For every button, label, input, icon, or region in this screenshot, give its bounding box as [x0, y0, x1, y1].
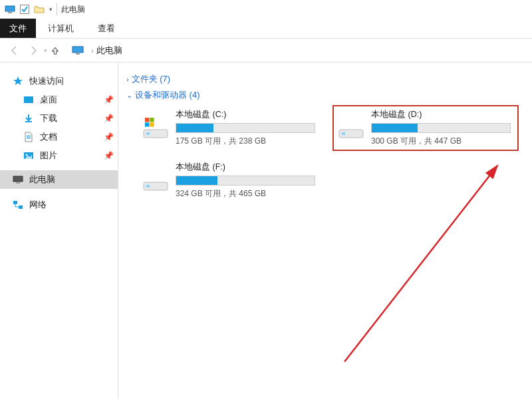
group-devices[interactable]: ⌄ 设备和驱动器 (4)	[126, 89, 532, 101]
drive-name: 本地磁盘 (D:)	[371, 109, 515, 120]
pictures-icon	[23, 150, 35, 162]
svg-rect-11	[19, 205, 23, 209]
tab-file[interactable]: 文件	[0, 19, 36, 38]
nav-up-icon[interactable]	[47, 43, 63, 59]
main-content: › 文件夹 (7) ⌄ 设备和驱动器 (4)	[118, 63, 532, 399]
pc-icon	[12, 174, 24, 186]
tab-view[interactable]: 查看	[86, 19, 127, 38]
svg-rect-1	[8, 12, 12, 13]
window-title: 此电脑	[61, 4, 85, 15]
sidebar-item-label: 此电脑	[29, 174, 114, 186]
sidebar-item-label: 快速访问	[29, 75, 114, 87]
sidebar-item-label: 桌面	[40, 94, 104, 106]
separator	[57, 3, 57, 15]
address-pc-icon	[71, 44, 84, 57]
qat-more-icon[interactable]: ▾	[49, 6, 53, 13]
svg-point-7	[26, 154, 28, 156]
sidebar-item-documents[interactable]: 文档 📌	[0, 128, 118, 146]
nav-back-icon[interactable]	[5, 41, 24, 60]
drive-free-text: 175 GB 可用，共 238 GB	[176, 136, 322, 147]
svg-rect-21	[146, 185, 150, 188]
qat-folder-icon[interactable]	[33, 3, 45, 15]
pin-icon: 📌	[104, 132, 114, 142]
tab-computer[interactable]: 计算机	[36, 19, 86, 38]
title-bar: ▾ 此电脑	[0, 0, 532, 19]
drive-icon	[141, 169, 170, 193]
sidebar-this-pc[interactable]: 此电脑	[0, 170, 118, 189]
sidebar-item-downloads[interactable]: 下载 📌	[0, 109, 118, 128]
drive-os-icon	[141, 116, 170, 140]
svg-rect-3	[72, 47, 83, 53]
sidebar: 快速访问 桌面 📌 下载 📌 文档 📌 图片 📌	[0, 63, 118, 399]
sidebar-item-label: 下载	[40, 112, 104, 124]
group-label: 文件夹 (7)	[132, 73, 171, 85]
svg-rect-0	[5, 6, 15, 11]
pin-icon: 📌	[104, 151, 114, 160]
star-icon	[12, 75, 24, 87]
pin-icon: 📌	[104, 95, 114, 104]
drive-item-d[interactable]: 本地磁盘 (D:) 300 GB 可用，共 447 GB	[332, 105, 519, 151]
sidebar-item-label: 文档	[40, 131, 104, 143]
network-icon	[12, 199, 24, 211]
svg-rect-15	[150, 118, 154, 122]
nav-bar: ▾ › 此电脑	[0, 39, 532, 63]
svg-rect-8	[13, 176, 23, 182]
drive-icon	[336, 116, 366, 140]
drive-name: 本地磁盘 (F:)	[176, 162, 322, 173]
drive-item-f[interactable]: 本地磁盘 (F:) 324 GB 可用，共 465 GB	[138, 159, 325, 202]
sidebar-network[interactable]: 网络	[0, 196, 118, 214]
usage-bar	[371, 123, 511, 133]
sidebar-item-label: 网络	[29, 199, 114, 211]
drive-name: 本地磁盘 (C:)	[176, 109, 322, 120]
group-label: 设备和驱动器 (4)	[135, 89, 200, 101]
sidebar-quick-access[interactable]: 快速访问	[0, 72, 118, 90]
drive-free-text: 324 GB 可用，共 465 GB	[176, 188, 322, 200]
downloads-icon	[23, 112, 35, 124]
drive-free-text: 300 GB 可用，共 447 GB	[371, 136, 515, 147]
desktop-icon	[23, 94, 35, 106]
svg-rect-9	[16, 182, 20, 184]
sidebar-item-label: 图片	[40, 150, 104, 162]
svg-rect-13	[146, 132, 150, 135]
svg-rect-19	[342, 132, 345, 135]
drive-grid: 本地磁盘 (C:) 175 GB 可用，共 238 GB 本地磁盘 (D:) 3…	[126, 105, 532, 202]
group-folders[interactable]: › 文件夹 (7)	[126, 73, 532, 85]
ribbon-tabs: 文件 计算机 查看	[0, 19, 532, 39]
svg-rect-10	[13, 201, 17, 204]
svg-rect-5	[24, 96, 33, 103]
usage-bar	[176, 123, 315, 133]
chevron-right-icon[interactable]: ›	[91, 47, 94, 55]
pc-icon	[4, 3, 16, 15]
chevron-down-icon: ⌄	[126, 91, 132, 100]
address-segment[interactable]: 此电脑	[96, 45, 122, 57]
svg-rect-16	[145, 122, 149, 126]
chevron-right-icon: ›	[126, 75, 129, 83]
nav-forward-icon[interactable]	[24, 41, 43, 60]
svg-rect-17	[150, 122, 154, 126]
svg-rect-4	[76, 53, 80, 55]
sidebar-item-pictures[interactable]: 图片 📌	[0, 146, 118, 165]
usage-bar	[176, 176, 315, 186]
pin-icon: 📌	[104, 114, 114, 123]
drive-item-c[interactable]: 本地磁盘 (C:) 175 GB 可用，共 238 GB	[138, 105, 325, 151]
sidebar-item-desktop[interactable]: 桌面 📌	[0, 90, 118, 109]
qat-checkbox-icon[interactable]	[19, 3, 31, 15]
svg-rect-14	[145, 118, 149, 122]
documents-icon	[23, 131, 35, 143]
